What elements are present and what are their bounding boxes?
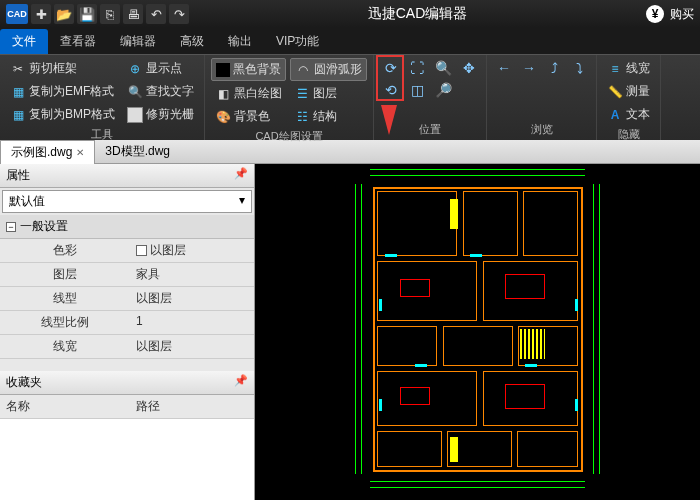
trim-raster-button[interactable]: 修剪光栅	[123, 104, 198, 125]
currency-icon[interactable]: ¥	[646, 5, 664, 23]
floorplan-drawing	[355, 169, 600, 489]
redo-icon[interactable]: ↷	[169, 4, 189, 24]
measure-button[interactable]: 📏测量	[603, 81, 654, 102]
favorites-headers: 名称 路径	[0, 395, 254, 419]
open-icon[interactable]: 📂	[54, 4, 74, 24]
text-button[interactable]: A文本	[603, 104, 654, 125]
zoom-in-icon[interactable]: 🔍	[432, 58, 454, 78]
ribbon-tabs: 文件 查看器 编辑器 高级 输出 VIP功能	[0, 28, 700, 54]
group-label-draw: CAD绘图设置	[211, 127, 367, 144]
search-icon: 🔍	[127, 84, 143, 100]
workspace: 属性📌 默认值▾ − 一般设置 色彩以图层 图层家具 线型以图层 线型比例1 线…	[0, 164, 700, 500]
ribbon-group-browse: ← → ⤴ ⤵ 浏览	[487, 55, 597, 140]
structure-icon: ☷	[294, 109, 310, 125]
zoom-region-icon[interactable]: ◫	[406, 80, 428, 100]
app-logo[interactable]: CAD	[6, 4, 28, 24]
palette-icon: 🎨	[215, 109, 231, 125]
rotate-cw-icon[interactable]: ⟳	[380, 58, 402, 78]
zoom-out-icon[interactable]: 🔎	[432, 80, 454, 100]
trim-icon	[127, 107, 143, 123]
copy-emf-button[interactable]: ▦复制为EMF格式	[6, 81, 119, 102]
ribbon-group-tools: ✂剪切框架 ▦复制为EMF格式 ▦复制为BMP格式 ⊕显示点 🔍查找文字 修剪光…	[0, 55, 205, 140]
prop-row: 图层家具	[0, 263, 254, 287]
prop-row: 线型以图层	[0, 287, 254, 311]
nav-left-icon[interactable]: ←	[493, 58, 515, 78]
emf-icon: ▦	[10, 84, 26, 100]
nav-right-icon[interactable]: →	[518, 58, 540, 78]
quick-access-toolbar: CAD ✚ 📂 💾 ⎘ 🖶 ↶ ↷	[6, 4, 189, 24]
scissors-icon: ✂	[10, 61, 26, 77]
prop-row: 线型比例1	[0, 311, 254, 335]
favorites-panel-title: 收藏夹📌	[0, 371, 254, 395]
collapse-icon[interactable]: −	[6, 222, 16, 232]
nav-up-icon[interactable]: ⤴	[543, 58, 565, 78]
arc-icon: ◠	[295, 62, 311, 78]
prop-row: 线宽以图层	[0, 335, 254, 359]
nav-down-icon[interactable]: ⤵	[568, 58, 590, 78]
group-label-browse: 浏览	[493, 120, 590, 137]
titlebar: CAD ✚ 📂 💾 ⎘ 🖶 ↶ ↷ 迅捷CAD编辑器 ¥ 购买	[0, 0, 700, 28]
default-dropdown[interactable]: 默认值▾	[2, 190, 252, 213]
saveall-icon[interactable]: ⎘	[100, 4, 120, 24]
favorites-list[interactable]	[0, 419, 254, 500]
text-icon: A	[607, 107, 623, 123]
ruler-icon: 📏	[607, 84, 623, 100]
tab-file[interactable]: 文件	[0, 29, 48, 54]
pan-icon[interactable]: ✥	[458, 58, 480, 78]
doc-tab-active[interactable]: 示例图.dwg✕	[0, 140, 95, 164]
tab-vip[interactable]: VIP功能	[264, 29, 331, 54]
properties-table: − 一般设置 色彩以图层 图层家具 线型以图层 线型比例1 线宽以图层	[0, 215, 254, 359]
tab-viewer[interactable]: 查看器	[48, 29, 108, 54]
bg-color-button[interactable]: 🎨背景色	[211, 106, 286, 127]
linewidth-button[interactable]: ≡线宽	[603, 58, 654, 79]
save-icon[interactable]: 💾	[77, 4, 97, 24]
tab-advanced[interactable]: 高级	[168, 29, 216, 54]
fit-window-icon[interactable]: ⛶	[406, 58, 428, 78]
ribbon-group-draw-settings: 黑色背景 ◧黑白绘图 🎨背景色 ◠圆滑弧形 ☰图层 ☷结构 CAD绘图设置	[205, 55, 374, 140]
ribbon: ✂剪切框架 ▦复制为EMF格式 ▦复制为BMP格式 ⊕显示点 🔍查找文字 修剪光…	[0, 54, 700, 140]
pin-icon[interactable]: 📌	[234, 167, 248, 184]
ribbon-group-hide: ≡线宽 📏测量 A文本 隐藏	[597, 55, 661, 140]
point-icon: ⊕	[127, 61, 143, 77]
doc-tab[interactable]: 3D模型.dwg	[95, 140, 180, 163]
drawing-canvas[interactable]	[255, 164, 700, 500]
app-title: 迅捷CAD编辑器	[189, 5, 646, 23]
new-icon[interactable]: ✚	[31, 4, 51, 24]
print-icon[interactable]: 🖶	[123, 4, 143, 24]
group-label-tools: 工具	[6, 125, 198, 142]
bg-icon	[216, 63, 230, 77]
find-text-button[interactable]: 🔍查找文字	[123, 81, 198, 102]
prop-row: 色彩以图层	[0, 239, 254, 263]
side-panel: 属性📌 默认值▾ − 一般设置 色彩以图层 图层家具 线型以图层 线型比例1 线…	[0, 164, 255, 500]
clip-frame-button[interactable]: ✂剪切框架	[6, 58, 119, 79]
properties-panel-title: 属性📌	[0, 164, 254, 188]
structure-button[interactable]: ☷结构	[290, 106, 367, 127]
checkbox-icon[interactable]	[136, 245, 147, 256]
close-icon[interactable]: ✕	[76, 147, 84, 158]
show-point-button[interactable]: ⊕显示点	[123, 58, 198, 79]
smooth-arc-button[interactable]: ◠圆滑弧形	[290, 58, 367, 81]
bw-icon: ◧	[215, 86, 231, 102]
black-bg-button[interactable]: 黑色背景	[211, 58, 286, 81]
rotate-ccw-icon[interactable]: ⟲	[380, 80, 402, 100]
copy-bmp-button[interactable]: ▦复制为BMP格式	[6, 104, 119, 125]
prop-section-general[interactable]: − 一般设置	[0, 215, 254, 239]
tab-output[interactable]: 输出	[216, 29, 264, 54]
callout-arrow-icon	[381, 105, 397, 135]
bmp-icon: ▦	[10, 107, 26, 123]
undo-icon[interactable]: ↶	[146, 4, 166, 24]
buy-link[interactable]: 购买	[670, 6, 694, 23]
layers-icon: ☰	[294, 86, 310, 102]
pin-icon[interactable]: 📌	[234, 374, 248, 391]
group-label-hide: 隐藏	[603, 125, 654, 142]
ribbon-group-position: ⟳ ⟲ ⛶ ◫ 🔍 🔎 ✥ 位置	[374, 55, 487, 140]
layers-button[interactable]: ☰图层	[290, 83, 367, 104]
bw-draw-button[interactable]: ◧黑白绘图	[211, 83, 286, 104]
chevron-down-icon: ▾	[239, 193, 245, 210]
linewidth-icon: ≡	[607, 61, 623, 77]
tab-editor[interactable]: 编辑器	[108, 29, 168, 54]
